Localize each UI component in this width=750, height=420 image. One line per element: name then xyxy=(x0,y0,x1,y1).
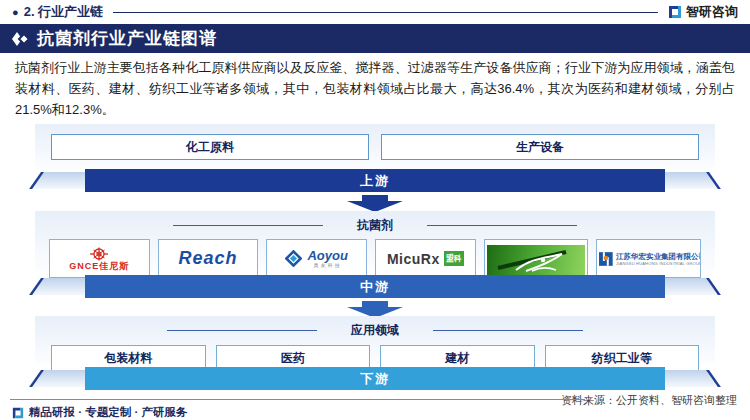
brand: 智研咨询 xyxy=(668,3,738,21)
midstream-heading: 抗菌剂 xyxy=(357,217,393,234)
company-subtext: 奥友科技 xyxy=(314,262,342,268)
bullet-icon: ● xyxy=(12,3,19,21)
report-page: ● 2. 行业产业链 智研咨询 抗菌剂行业产业链图谱 抗菌剂行业上游主要包括各种… xyxy=(0,0,750,420)
section-label: 2. 行业产业链 xyxy=(24,3,103,21)
company-logo-micurx: MicuRx 盟科 xyxy=(375,239,476,278)
heading-rule-right xyxy=(433,330,583,331)
down-arrow-icon xyxy=(347,195,403,212)
company-name: MicuRx xyxy=(387,251,440,267)
heading-rule-left xyxy=(167,330,317,331)
downstream-panel: 应用领域 包装材料 医药 建材 纺织工业等 xyxy=(35,316,715,364)
midstream-banner: 中游 xyxy=(35,275,715,299)
industry-chain-diagram: 化工原料 生产设备 上游 抗菌剂 xyxy=(35,124,715,394)
hh-emblem-icon xyxy=(599,252,613,266)
intro-paragraph: 抗菌剂行业上游主要包括各种化工原料供应商以及反应釜、搅拌器、过滤器等生产设备供应… xyxy=(15,57,735,120)
company-name: 江苏华宏实业集团有限公司 xyxy=(616,252,701,261)
diamond-icon xyxy=(12,32,30,46)
source-note: 资料来源：公开资料、智研咨询整理 xyxy=(561,393,737,408)
company-logo-huahong: 江苏华宏实业集团有限公司 JIANGSU HUAHONG INDUSTRIAL … xyxy=(596,239,701,278)
downstream-banner: 下游 xyxy=(35,367,715,391)
company-logo-gnce: GNCE佳尼斯 xyxy=(49,239,150,278)
heading-rule-left xyxy=(173,225,323,226)
midstream-banner-label: 中游 xyxy=(85,275,665,298)
footer-rule xyxy=(10,399,585,400)
upstream-banner-label: 上游 xyxy=(85,169,665,192)
page-title: 抗菌剂行业产业链图谱 xyxy=(37,27,217,50)
upstream-box-row: 化工原料 生产设备 xyxy=(35,124,715,160)
company-logo-aoyou: Aoyou 奥友科技 xyxy=(266,239,367,278)
green-emblem-icon xyxy=(496,248,576,274)
brand-logo-icon xyxy=(668,5,682,19)
footer-tagline: 精品研报 · 专题定制 · 产研服务 xyxy=(12,405,187,420)
wheel-emblem-icon xyxy=(90,247,108,261)
company-name: Reach xyxy=(178,248,237,269)
upstream-banner: 上游 xyxy=(35,169,715,193)
midstream-heading-row: 抗菌剂 xyxy=(35,211,715,234)
upstream-panel: 化工原料 生产设备 xyxy=(35,124,715,169)
company-name: Aoyou xyxy=(307,249,347,262)
footer-logo-icon xyxy=(12,407,24,419)
header: ● 2. 行业产业链 智研咨询 xyxy=(12,3,738,21)
company-subtext: JIANGSU HUAHONG INDUSTRIAL GROUP CO., LT… xyxy=(616,261,701,266)
upstream-box-equipment: 生产设备 xyxy=(381,134,699,160)
downstream-heading-row: 应用领域 xyxy=(35,316,715,339)
brand-name: 智研咨询 xyxy=(686,3,738,21)
footer-tagline-text: 精品研报 · 专题定制 · 产研服务 xyxy=(29,405,187,420)
downstream-banner-label: 下游 xyxy=(85,367,665,390)
company-logo-reach: Reach xyxy=(158,239,259,278)
downstream-heading: 应用领域 xyxy=(351,322,399,339)
upstream-box-chemical: 化工原料 xyxy=(51,134,369,160)
midstream-panel: 抗菌剂 GNCE佳尼斯 Rea xyxy=(35,211,715,271)
heading-rule-right xyxy=(427,225,577,226)
header-rule xyxy=(113,12,658,13)
title-banner: 抗菌剂行业产业链图谱 xyxy=(0,24,750,53)
company-badge: 盟科 xyxy=(444,251,464,266)
company-name: GNCE佳尼斯 xyxy=(69,261,129,271)
diamond-emblem-icon xyxy=(285,250,302,267)
